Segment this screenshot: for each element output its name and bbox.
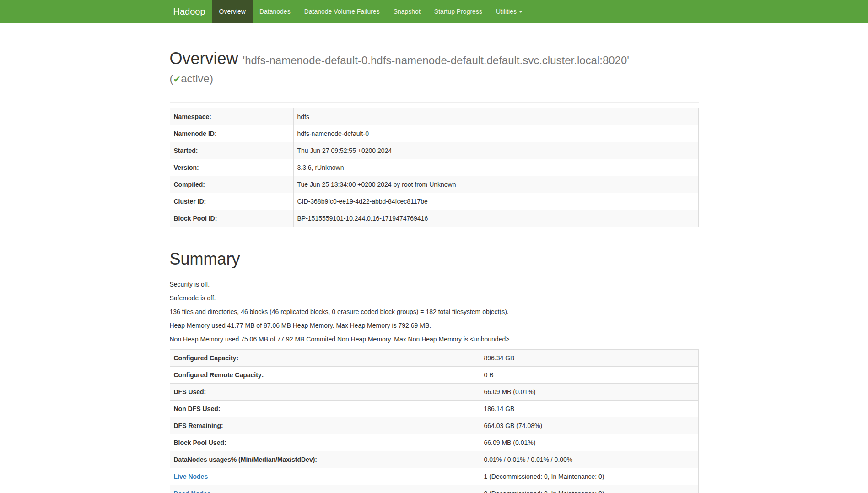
dead-nodes-link[interactable]: Dead Nodes: [174, 490, 211, 493]
row-value: 186.14 GB: [480, 401, 698, 417]
row-label: Block Pool ID:: [170, 210, 293, 227]
table-row-compiled: Compiled: Tue Jun 25 13:34:00 +0200 2024…: [170, 176, 698, 193]
row-label: Block Pool Used:: [170, 434, 480, 451]
table-row-namespace: Namespace: hdfs: [170, 108, 698, 125]
row-label: DFS Used:: [170, 384, 480, 401]
row-value: 664.03 GB (74.08%): [480, 417, 698, 434]
row-label: Cluster ID:: [170, 193, 293, 210]
row-label: Non DFS Used:: [170, 401, 480, 417]
safemode-status-text: Safemode is off.: [170, 293, 699, 303]
security-status-text: Security is off.: [170, 280, 699, 289]
navbar-container: Hadoop Overview Datanodes Datanode Volum…: [167, 0, 702, 23]
row-value: BP-1515559101-10.244.0.16-1719474769416: [293, 210, 698, 227]
heap-memory-text: Heap Memory used 41.77 MB of 87.06 MB He…: [170, 321, 699, 330]
row-value: 896.34 GB: [480, 350, 698, 367]
table-row-dead-nodes: Dead Nodes 0 (Decommissioned: 0, In Main…: [170, 485, 698, 493]
main-content: Overview 'hdfs-namenode-default-0.hdfs-n…: [170, 49, 699, 493]
nav-tab-utilities-dropdown[interactable]: Utilities: [489, 0, 529, 23]
page-title: Overview 'hdfs-namenode-default-0.hdfs-n…: [170, 49, 699, 88]
row-value: 66.09 MB (0.01%): [480, 434, 698, 451]
live-nodes-link[interactable]: Live Nodes: [174, 473, 208, 480]
table-row-version: Version: 3.3.6, rUnknown: [170, 159, 698, 176]
hadoop-brand[interactable]: Hadoop: [167, 0, 212, 23]
table-row-configured-remote-capacity: Configured Remote Capacity: 0 B: [170, 367, 698, 384]
row-value: hdfs: [293, 108, 698, 125]
row-label: Compiled:: [170, 176, 293, 193]
table-row-dfs-used: DFS Used: 66.09 MB (0.01%): [170, 384, 698, 401]
row-value: 0.01% / 0.01% / 0.01% / 0.00%: [480, 451, 698, 468]
table-row-namenode-id: Namenode ID: hdfs-namenode-default-0: [170, 125, 698, 142]
namenode-state: (✔active): [170, 70, 699, 88]
table-row-configured-capacity: Configured Capacity: 896.34 GB: [170, 350, 698, 367]
table-row-block-pool-used: Block Pool Used: 66.09 MB (0.01%): [170, 434, 698, 451]
row-label: DFS Remaining:: [170, 417, 480, 434]
row-value: CID-368b9fc0-ee19-4d22-abbd-84fcec8117be: [293, 193, 698, 210]
namenode-address: 'hdfs-namenode-default-0.hdfs-namenode-d…: [243, 54, 629, 66]
row-label: Namenode ID:: [170, 125, 293, 142]
row-label: Live Nodes: [170, 468, 480, 485]
table-row-datanode-usages: DataNodes usages% (Min/Median/Max/stdDev…: [170, 451, 698, 468]
filesystem-objects-text: 136 files and directories, 46 blocks (46…: [170, 307, 699, 316]
row-value: 0 (Decommissioned: 0, In Maintenance: 0): [480, 485, 698, 493]
row-label: Started:: [170, 142, 293, 159]
row-value: 66.09 MB (0.01%): [480, 384, 698, 401]
row-value: Thu Jun 27 09:52:55 +0200 2024: [293, 142, 698, 159]
row-value: Tue Jun 25 13:34:00 +0200 2024 by root f…: [293, 176, 698, 193]
top-navbar: Hadoop Overview Datanodes Datanode Volum…: [0, 0, 868, 23]
row-label: Configured Capacity:: [170, 350, 480, 367]
check-icon: ✔: [173, 74, 181, 84]
table-row-block-pool-id: Block Pool ID: BP-1515559101-10.244.0.16…: [170, 210, 698, 227]
nav-tab-snapshot[interactable]: Snapshot: [387, 0, 427, 23]
caret-down-icon: [519, 11, 523, 13]
summary-header: Summary: [170, 250, 699, 274]
table-row-cluster-id: Cluster ID: CID-368b9fc0-ee19-4d22-abbd-…: [170, 193, 698, 210]
state-close-paren: ): [210, 72, 213, 85]
nav-tab-datanode-volume-failures[interactable]: Datanode Volume Failures: [297, 0, 387, 23]
row-value: hdfs-namenode-default-0: [293, 125, 698, 142]
row-value: 0 B: [480, 367, 698, 384]
table-row-live-nodes: Live Nodes 1 (Decommissioned: 0, In Main…: [170, 468, 698, 485]
navbar-tabs: Overview Datanodes Datanode Volume Failu…: [212, 0, 529, 23]
overview-title-text: Overview: [170, 49, 238, 68]
nav-tab-datanodes[interactable]: Datanodes: [253, 0, 297, 23]
row-label: Dead Nodes: [170, 485, 480, 493]
row-label: DataNodes usages% (Min/Median/Max/stdDev…: [170, 451, 480, 468]
state-open-paren: (: [170, 72, 173, 85]
table-row-non-dfs-used: Non DFS Used: 186.14 GB: [170, 401, 698, 417]
row-value: 1 (Decommissioned: 0, In Maintenance: 0): [480, 468, 698, 485]
overview-header: Overview 'hdfs-namenode-default-0.hdfs-n…: [170, 49, 699, 103]
namenode-info-table: Namespace: hdfs Namenode ID: hdfs-nameno…: [170, 108, 699, 227]
row-label: Configured Remote Capacity:: [170, 367, 480, 384]
state-word: active: [181, 72, 210, 85]
table-row-started: Started: Thu Jun 27 09:52:55 +0200 2024: [170, 142, 698, 159]
row-label: Namespace:: [170, 108, 293, 125]
utilities-label: Utilities: [496, 8, 517, 15]
nav-tab-overview[interactable]: Overview: [212, 0, 253, 23]
row-label: Version:: [170, 159, 293, 176]
summary-table: Configured Capacity: 896.34 GB Configure…: [170, 349, 699, 493]
summary-title: Summary: [170, 250, 699, 268]
row-value: 3.3.6, rUnknown: [293, 159, 698, 176]
table-row-dfs-remaining: DFS Remaining: 664.03 GB (74.08%): [170, 417, 698, 434]
nav-tab-startup-progress[interactable]: Startup Progress: [427, 0, 489, 23]
non-heap-memory-text: Non Heap Memory used 75.06 MB of 77.92 M…: [170, 335, 699, 344]
